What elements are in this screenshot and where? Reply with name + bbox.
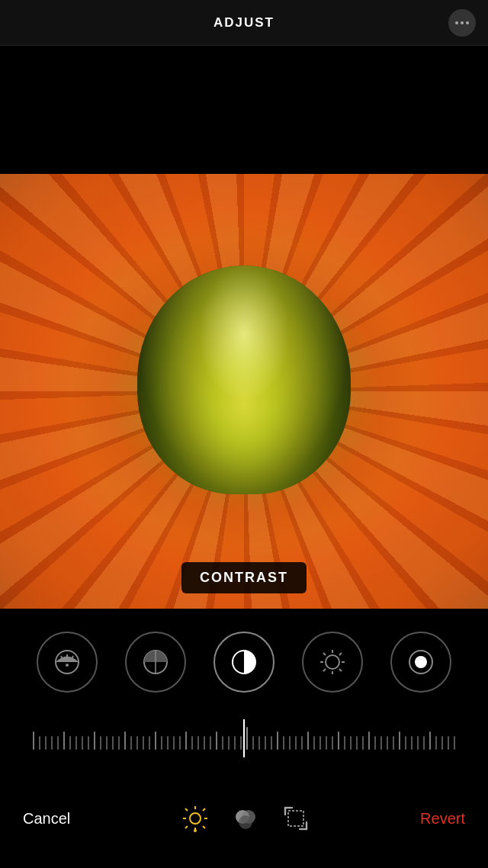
svg-point-4 (66, 664, 69, 667)
svg-line-27 (185, 826, 188, 828)
flower-center (137, 265, 351, 494)
exposure-tool-button[interactable] (37, 632, 98, 693)
tick-mark (387, 736, 388, 750)
gamma-icon (142, 648, 169, 676)
cancel-button[interactable]: Cancel (23, 802, 70, 835)
top-padding (0, 46, 488, 174)
tick-mark (301, 736, 303, 750)
photo-area: CONTRAST (0, 174, 488, 609)
tick-mark (100, 736, 101, 750)
tick-mark (204, 736, 205, 750)
svg-point-28 (194, 829, 197, 832)
tick-mark (179, 736, 181, 750)
tick-mark (405, 736, 406, 750)
tick-mark (33, 731, 34, 750)
tick-mark (167, 736, 169, 750)
tick-mark (326, 736, 327, 750)
tick-mark (283, 736, 284, 750)
tick-mark (161, 736, 162, 750)
svg-line-25 (203, 826, 205, 828)
color-icon (232, 805, 259, 832)
page-title: ADJUST (214, 15, 274, 31)
highlights-tool-button[interactable] (302, 632, 363, 693)
tick-mark (155, 731, 156, 750)
tick-mark (210, 736, 211, 750)
tick-mark (136, 736, 138, 750)
tool-row (0, 609, 488, 700)
tick-mark (368, 731, 370, 750)
crop-mode-button[interactable] (282, 805, 310, 832)
tick-mark (332, 736, 333, 750)
adjust-mode-button[interactable] (181, 805, 209, 832)
tick-mark (185, 731, 187, 750)
bottom-nav: Cancel (0, 784, 488, 868)
tick-mark (313, 736, 315, 750)
header: ADJUST (0, 0, 488, 46)
tick-mark (57, 736, 59, 750)
svg-point-31 (239, 815, 252, 829)
tick-mark (295, 736, 297, 750)
tick-mark (191, 736, 193, 750)
svg-line-16 (323, 669, 326, 671)
tick-mark (362, 736, 364, 750)
tick-mark (454, 736, 455, 750)
svg-line-26 (203, 809, 205, 811)
tick-mark (374, 736, 376, 750)
tick-mark (380, 736, 382, 750)
tick-mark (51, 736, 53, 750)
tick-mark (82, 736, 83, 750)
tick-mark (429, 731, 431, 750)
tick-mark (258, 736, 260, 750)
tick-mark (45, 736, 47, 750)
revert-button[interactable]: Revert (420, 802, 465, 835)
tick-mark (222, 736, 223, 750)
tick-mark (399, 731, 400, 750)
tick-mark (350, 736, 352, 750)
tick-mark (118, 736, 120, 750)
svg-rect-33 (288, 811, 303, 826)
controls-area (0, 609, 488, 769)
blacks-icon (407, 648, 435, 676)
bottom-tool-icons (181, 805, 310, 832)
tick-mark (252, 736, 254, 750)
tick-mark (88, 736, 89, 750)
slider-center-indicator (243, 719, 245, 757)
tick-mark (448, 736, 449, 750)
tick-mark (39, 736, 40, 750)
exposure-icon (53, 648, 81, 676)
tick-mark (69, 736, 71, 750)
tick-mark (197, 736, 199, 750)
tick-mark (228, 736, 230, 750)
tick-mark (289, 736, 291, 750)
contrast-icon (230, 648, 258, 676)
gamma-tool-button[interactable] (125, 632, 186, 693)
tick-mark (106, 736, 108, 750)
flower-photo (0, 174, 488, 609)
tick-mark (423, 736, 425, 750)
tick-mark (75, 736, 77, 750)
blacks-tool-button[interactable] (390, 632, 451, 693)
tick-mark (234, 736, 236, 750)
svg-line-13 (323, 653, 326, 655)
tick-mark (173, 736, 175, 750)
tick-mark (435, 736, 437, 750)
adjust-icon (181, 805, 209, 832)
tick-mark (143, 736, 144, 750)
tick-mark (130, 736, 132, 750)
tick-mark (112, 736, 114, 750)
tick-mark (319, 736, 321, 750)
more-button[interactable] (448, 9, 476, 37)
tick-mark (94, 731, 95, 750)
color-mode-button[interactable] (232, 805, 259, 832)
svg-point-18 (415, 656, 427, 668)
slider-area[interactable] (0, 708, 488, 769)
tick-mark (240, 736, 242, 750)
svg-point-19 (190, 813, 201, 824)
tick-mark (417, 736, 419, 750)
tick-mark (271, 736, 272, 750)
tick-mark (441, 736, 443, 750)
tick-mark (124, 731, 126, 750)
contrast-tool-button[interactable] (214, 632, 274, 693)
svg-point-8 (326, 655, 339, 669)
contrast-overlay-label: CONTRAST (181, 562, 307, 593)
